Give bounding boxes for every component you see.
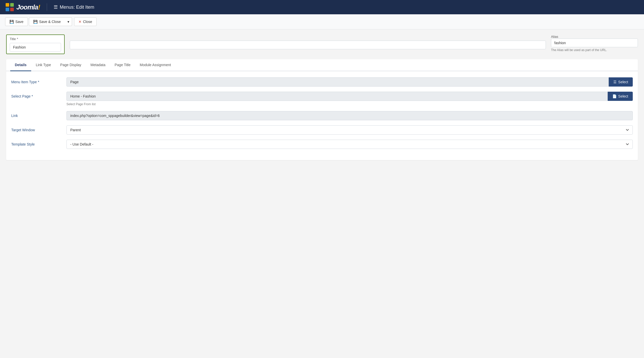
- menu-item-type-input-group: ☰ Select: [66, 77, 633, 87]
- target-window-control: Parent _blank _self _top: [66, 125, 633, 135]
- select-page-select-label: Select: [618, 94, 628, 98]
- page-icon: 📄: [612, 94, 617, 98]
- save-label: Save: [15, 20, 24, 24]
- target-window-row: Target Window Parent _blank _self _top: [11, 125, 633, 135]
- close-button[interactable]: ✕ Close: [74, 17, 97, 26]
- topbar-title-text: Menus: Edit Item: [60, 5, 94, 10]
- select-page-select-button[interactable]: 📄 Select: [608, 92, 633, 101]
- close-icon: ✕: [78, 20, 82, 24]
- title-main-spacer: [70, 34, 546, 49]
- tab-page-display[interactable]: Page Display: [56, 59, 86, 71]
- alias-input[interactable]: [551, 39, 638, 47]
- menu-item-type-input: [66, 77, 609, 87]
- link-row: Link: [11, 111, 633, 120]
- alias-label: Alias: [551, 35, 558, 39]
- main-content: Title * Alias The Alias will be used as …: [0, 29, 644, 358]
- title-label: Title *: [10, 37, 61, 41]
- select-page-control: 📄 Select Select Page From list: [66, 92, 633, 106]
- alias-hint: The Alias will be used as part of the UR…: [551, 48, 638, 52]
- save-button[interactable]: 💾 Save: [5, 17, 28, 26]
- link-control: [66, 111, 633, 120]
- link-label: Link: [11, 111, 62, 118]
- select-page-input-group: 📄 Select: [66, 92, 633, 101]
- save-icon: 💾: [9, 20, 14, 24]
- target-window-label: Target Window: [11, 125, 62, 132]
- title-alias-row: Title * Alias The Alias will be used as …: [6, 34, 638, 54]
- topbar: Joomla! ☰ Menus: Edit Item: [0, 0, 644, 14]
- page-title-bar: ☰ Menus: Edit Item: [54, 4, 94, 10]
- svg-rect-1: [10, 3, 14, 7]
- menu-item-type-row: Menu Item Type * ☰ Select: [11, 77, 633, 87]
- template-style-control: - Use Default -: [66, 140, 633, 149]
- chevron-down-icon: ▾: [67, 20, 69, 24]
- tab-details-content: Menu Item Type * ☰ Select Select Page *: [6, 71, 638, 160]
- joomla-x-icon: [5, 3, 14, 12]
- menu-item-type-select-label: Select: [618, 80, 628, 84]
- select-page-hint: Select Page From list: [66, 102, 633, 106]
- svg-rect-3: [10, 8, 14, 11]
- select-page-input: [66, 92, 608, 101]
- template-style-row: Template Style - Use Default -: [11, 140, 633, 149]
- svg-rect-0: [6, 3, 9, 7]
- menu-item-type-select-button[interactable]: ☰ Select: [609, 77, 633, 87]
- close-label: Close: [83, 20, 92, 24]
- select-page-row: Select Page * 📄 Select Select Page From …: [11, 92, 633, 106]
- topbar-divider: [47, 3, 47, 11]
- alias-field-group: Alias The Alias will be used as part of …: [551, 34, 638, 52]
- save-dropdown-button[interactable]: ▾: [65, 17, 72, 26]
- joomla-logo-text: Joomla!: [16, 3, 40, 11]
- tab-module-assignment[interactable]: Module Assignment: [135, 59, 176, 71]
- save-close-icon: 💾: [33, 20, 38, 24]
- tab-page-title[interactable]: Page Title: [110, 59, 135, 71]
- title-input[interactable]: [10, 43, 61, 52]
- link-input: [66, 111, 633, 120]
- title-extended-input[interactable]: [70, 41, 546, 49]
- menu-item-type-control: ☰ Select: [66, 77, 633, 87]
- menu-lines-icon: ☰: [54, 4, 58, 10]
- select-list-icon: ☰: [613, 80, 617, 84]
- svg-rect-2: [6, 8, 9, 11]
- logo-area: Joomla!: [5, 3, 40, 12]
- template-style-select[interactable]: - Use Default -: [66, 140, 633, 149]
- tabs-container: Details Link Type Page Display Metadata …: [6, 59, 638, 160]
- tab-details[interactable]: Details: [10, 59, 31, 71]
- tabs-nav: Details Link Type Page Display Metadata …: [6, 59, 638, 71]
- select-page-label: Select Page *: [11, 92, 62, 98]
- save-close-button[interactable]: 💾 Save & Close: [29, 17, 65, 26]
- title-field-bordered: Title *: [6, 34, 65, 54]
- save-close-label: Save & Close: [39, 20, 61, 24]
- tab-metadata[interactable]: Metadata: [86, 59, 110, 71]
- target-window-select[interactable]: Parent _blank _self _top: [66, 125, 633, 135]
- menu-item-type-label: Menu Item Type *: [11, 77, 62, 84]
- template-style-label: Template Style: [11, 140, 62, 146]
- tab-link-type[interactable]: Link Type: [31, 59, 56, 71]
- toolbar: 💾 Save 💾 Save & Close ▾ ✕ Close: [0, 14, 644, 29]
